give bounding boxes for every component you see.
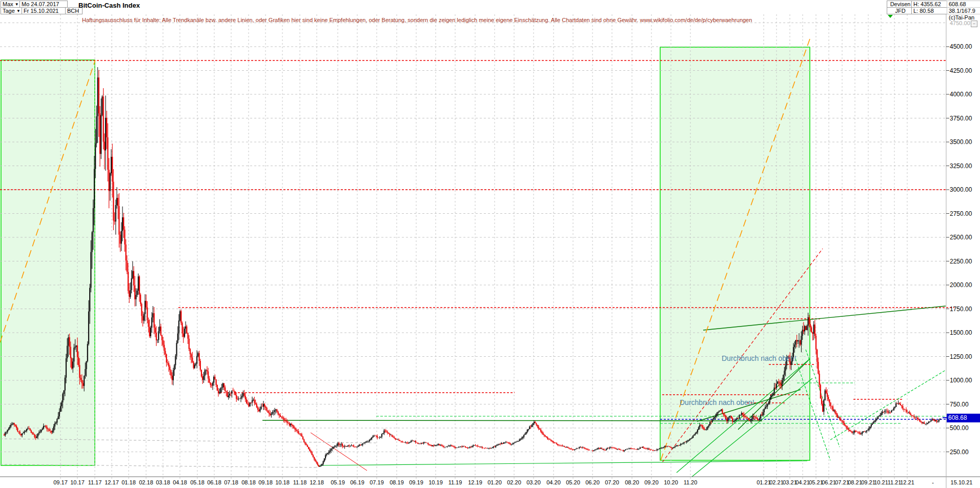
x-axis-tick-label: 11.21 [888, 479, 902, 485]
x-axis-tick-label: 01.21 [757, 479, 771, 485]
y-axis-tick-label: 4000.00 [950, 91, 972, 98]
y-axis-tick-label: 4250.00 [950, 67, 972, 74]
disclaimer-text: Haftungsausschluss für Inhalte: Alle Tre… [82, 17, 752, 23]
period-high-label: H: 4355.62 [911, 1, 949, 8]
x-axis-tick-label: 06.20 [585, 479, 600, 485]
x-axis-end-date-label: 15.10.21 [951, 479, 973, 485]
range-selector-label: Max [3, 1, 13, 7]
current-price-badge: 608.68 [947, 414, 980, 422]
x-axis-tick-label: 08.21 [848, 479, 862, 485]
y-axis-tick-label: 2750.00 [950, 210, 972, 217]
overlay-trend-line [318, 461, 807, 465]
x-axis-tick-label: 09.18 [258, 479, 273, 485]
x-axis-separator: - [932, 479, 934, 485]
y-axis-tick-label: 1750.00 [950, 306, 972, 313]
x-axis-tick-label: 11.17 [88, 479, 102, 485]
range-selector-dropdown[interactable]: Max ▼ [1, 1, 22, 8]
x-axis-tick-label: 01.20 [487, 479, 502, 485]
x-axis-tick-label: 01.18 [121, 479, 136, 485]
period-selector-dropdown[interactable]: Tage ▼ [1, 7, 24, 14]
x-axis-tick-label: 07.19 [370, 479, 384, 485]
x-axis-tick-label: 11.18 [293, 479, 307, 485]
chevron-down-icon: ▼ [16, 9, 21, 13]
x-axis-tick-label: 07.20 [605, 479, 619, 485]
overlay-trend-line [0, 464, 318, 467]
annotation-durchbruch: Durchbruch nach oben! [680, 398, 754, 406]
broker-label: JFD [887, 7, 914, 14]
y-axis-tick-label: 1500.00 [950, 329, 972, 336]
marker-triangle-icon [888, 15, 893, 18]
x-axis-tick-label: 04.20 [546, 479, 561, 485]
x-axis-tick-label: 05.18 [190, 479, 205, 485]
x-axis-tick-label: 10.20 [664, 479, 678, 485]
yaxis-muted-top-label: 4750.00 [950, 20, 970, 26]
x-axis-tick-label: 03.21 [783, 479, 797, 485]
x-axis-tick-label: 09.21 [861, 479, 875, 485]
y-axis-tick-label: 2000.00 [950, 281, 972, 289]
x-axis-tick-label: 06.19 [350, 479, 364, 485]
end-date-field[interactable]: Fr 15.10.2021 [22, 7, 68, 14]
chevron-down-icon: ▼ [15, 2, 19, 7]
annotation-durchbruch: Durchbruch nach oben! [722, 354, 797, 362]
x-axis-tick-label: 03.18 [156, 479, 170, 485]
collapse-box-icon[interactable]: − [971, 21, 977, 27]
last-price-label: 608.68 [947, 1, 980, 8]
x-axis-tick-label: 09.19 [409, 479, 423, 485]
y-axis-tick-label: 3750.00 [950, 115, 972, 122]
x-axis-tick-label: 05.21 [809, 479, 823, 485]
y-axis-tick-label: 1000.00 [950, 377, 972, 384]
x-axis-tick-label: 02.20 [507, 479, 521, 485]
y-axis-tick-label: 3250.00 [950, 162, 972, 170]
trend-zone-2017 [1, 60, 95, 465]
y-axis-tick-label: 3500.00 [950, 138, 972, 146]
x-axis-tick-label: 09.20 [644, 479, 659, 485]
x-axis-tick-label: 12.18 [310, 479, 324, 485]
range-info-label: 38.1/167.9 [947, 7, 980, 14]
page-title: BitCoin-Cash Index [78, 2, 140, 9]
chart-canvas [0, 0, 980, 488]
x-axis-tick-label: 11.19 [448, 479, 462, 485]
y-axis-tick-label: 2500.00 [950, 234, 972, 241]
x-axis-tick-label: 05.20 [566, 479, 580, 485]
x-axis-tick-label: 06.21 [822, 479, 836, 485]
x-axis-tick-label: 08.20 [625, 479, 639, 485]
x-axis-tick-label: 02.18 [139, 479, 153, 485]
tai-pan-chart-window: Max ▼ Mo 24.07.2017 Tage ▼ Fr 15.10.2021… [0, 0, 980, 488]
x-axis-tick-label: 12.21 [900, 479, 914, 485]
x-axis-tick-label: 10.17 [70, 479, 85, 485]
x-axis-tick-label: 08.18 [241, 479, 256, 485]
x-axis-tick-label: 10.18 [275, 479, 290, 485]
x-axis-tick-label: 08.19 [390, 479, 404, 485]
x-axis-tick-label: 06.18 [207, 479, 221, 485]
feed-label: Devisen [887, 1, 914, 8]
period-selector-label: Tage [3, 8, 15, 14]
y-axis-tick-label: 3000.00 [950, 186, 972, 193]
x-axis-tick-label: 11.20 [684, 479, 698, 485]
x-axis-tick-label: 05.19 [331, 479, 345, 485]
x-axis-tick-label: 10.19 [428, 479, 443, 485]
x-axis-tick-label: 09.17 [53, 479, 68, 485]
y-axis-tick-label: 2250.00 [950, 258, 972, 265]
x-axis-tick-label: 04.18 [173, 479, 187, 485]
x-axis-tick-label: 02.21 [769, 479, 784, 485]
y-axis-tick-label: 750.00 [950, 401, 969, 408]
x-axis-tick-label: 12.17 [105, 479, 119, 485]
x-axis-tick-label: 07.18 [224, 479, 238, 485]
y-axis-tick-label: 500.00 [950, 424, 969, 432]
x-axis-tick-label: 07.21 [835, 479, 849, 485]
y-axis-tick-label: 4500.00 [950, 43, 972, 50]
y-axis-tick-label: 250.00 [950, 449, 969, 456]
period-low-label: L: 80.58 [911, 7, 949, 14]
x-axis-tick-label: 10.21 [874, 479, 888, 485]
x-axis-tick-label: 12.19 [468, 479, 482, 485]
overlay-trend-line [806, 350, 840, 447]
x-axis-tick-label: 04.21 [795, 479, 810, 485]
x-axis-tick-label: 03.20 [526, 479, 541, 485]
y-axis-tick-label: 1250.00 [950, 353, 972, 360]
start-date-field[interactable]: Mo 24.07.2017 [19, 1, 68, 8]
overlay-trend-line [262, 420, 762, 421]
